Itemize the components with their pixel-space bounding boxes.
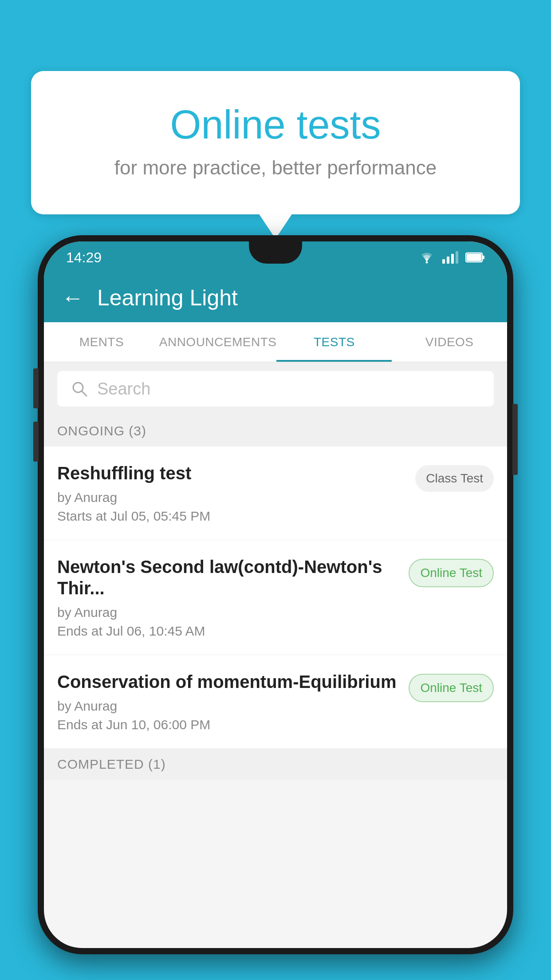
app-bar: ← Learning Light [44,273,507,322]
test-name: Reshuffling test [57,462,406,484]
tab-tests[interactable]: TESTS [276,322,392,362]
test-date: Starts at Jul 05, 05:45 PM [57,509,406,524]
test-item[interactable]: Reshuffling test by Anurag Starts at Jul… [44,447,507,540]
battery-icon [465,252,485,263]
status-icons [418,251,485,264]
status-bar: 14:29 [44,241,507,273]
tab-videos[interactable]: VIDEOS [392,322,507,362]
test-date: Ends at Jul 06, 10:45 AM [57,624,400,639]
test-author: by Anurag [57,605,400,620]
phone-frame: 14:29 [38,235,513,954]
speech-bubble: Online tests for more practice, better p… [31,71,520,214]
tab-ments[interactable]: MENTS [44,322,159,362]
test-name: Conservation of momentum-Equilibrium [57,671,400,692]
class-test-badge: Class Test [415,465,494,492]
completed-section-header: COMPLETED (1) [44,749,507,780]
test-author: by Anurag [57,490,406,505]
volume-down-button[interactable] [33,422,39,462]
test-info: Conservation of momentum-Equilibrium by … [57,671,400,732]
signal-icon [442,251,458,264]
phone-container: 14:29 [38,235,513,980]
tab-announcements[interactable]: ANNOUNCEMENTS [159,322,277,362]
search-placeholder: Search [97,379,150,399]
completed-title: COMPLETED (1) [57,757,166,771]
test-info: Reshuffling test by Anurag Starts at Jul… [57,462,406,524]
phone-screen: 14:29 [44,241,507,948]
status-time: 14:29 [66,249,102,266]
online-test-badge: Online Test [409,559,494,587]
test-name: Newton's Second law(contd)-Newton's Thir… [57,556,400,599]
tests-list: Reshuffling test by Anurag Starts at Jul… [44,447,507,749]
ongoing-title: ONGOING (3) [57,423,146,438]
online-test-badge: Online Test [409,674,494,702]
search-icon [71,380,88,398]
volume-up-button[interactable] [33,368,39,408]
test-item[interactable]: Newton's Second law(contd)-Newton's Thir… [44,540,507,655]
wifi-icon [418,251,435,264]
back-button[interactable]: ← [62,285,84,311]
svg-point-0 [426,261,428,264]
test-author: by Anurag [57,699,400,714]
test-date: Ends at Jun 10, 06:00 PM [57,717,400,732]
bubble-subtitle: for more practice, better performance [58,157,493,179]
app-title: Learning Light [97,285,238,311]
svg-rect-2 [482,256,484,259]
svg-rect-3 [467,254,481,261]
ongoing-section-header: ONGOING (3) [44,415,507,447]
test-info: Newton's Second law(contd)-Newton's Thir… [57,556,400,639]
test-item[interactable]: Conservation of momentum-Equilibrium by … [44,655,507,749]
svg-line-5 [82,391,87,396]
speech-bubble-container: Online tests for more practice, better p… [31,71,520,214]
bubble-title: Online tests [58,102,493,148]
notch [249,241,302,264]
search-container: Search [44,362,507,415]
search-bar[interactable]: Search [57,371,494,407]
tabs-bar: MENTS ANNOUNCEMENTS TESTS VIDEOS [44,322,507,362]
power-button[interactable] [512,404,518,475]
